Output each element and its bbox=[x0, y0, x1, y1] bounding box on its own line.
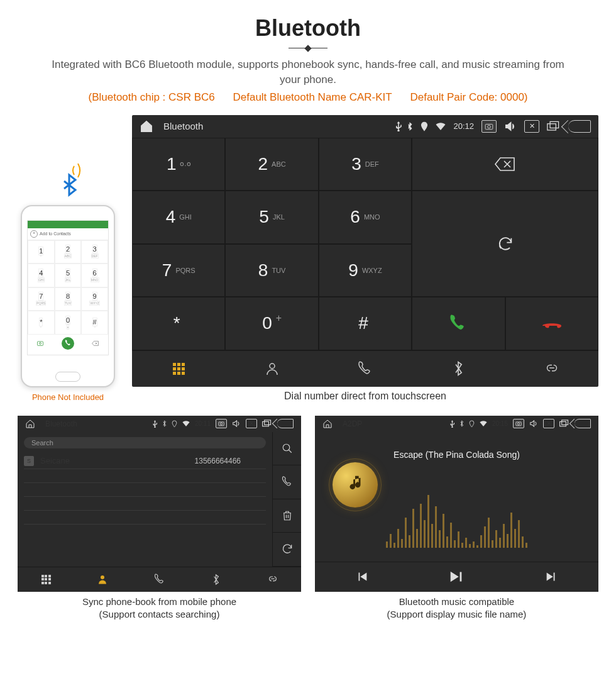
status-bar: Bluetooth 20:11 ✕ bbox=[18, 416, 301, 432]
home-icon[interactable] bbox=[322, 419, 333, 429]
svg-rect-17 bbox=[562, 420, 568, 425]
music-album-icon bbox=[333, 462, 378, 508]
back-icon[interactable] bbox=[575, 419, 591, 428]
tab-calls[interactable] bbox=[131, 567, 187, 592]
headunit-contacts: Bluetooth 20:11 ✕ bbox=[18, 416, 301, 592]
hangup-button[interactable] bbox=[505, 297, 598, 350]
svg-point-9 bbox=[220, 423, 222, 425]
dial-key[interactable]: * bbox=[132, 297, 225, 350]
home-icon[interactable] bbox=[140, 119, 153, 133]
volume-icon[interactable] bbox=[504, 121, 517, 132]
svg-point-7 bbox=[270, 364, 275, 369]
status-title: A2DP bbox=[343, 419, 445, 428]
screenshot-icon[interactable] bbox=[513, 419, 524, 428]
action-call[interactable] bbox=[272, 465, 301, 499]
dial-key[interactable]: 4GHI bbox=[132, 191, 225, 244]
back-icon[interactable] bbox=[568, 120, 591, 133]
action-delete[interactable] bbox=[272, 499, 301, 533]
location-icon bbox=[421, 121, 428, 131]
status-bar: Bluetooth 20:12 ✕ bbox=[132, 115, 598, 138]
page-title: Bluetooth bbox=[18, 15, 598, 42]
bottom-bar bbox=[132, 350, 598, 387]
tab-calls[interactable] bbox=[319, 350, 412, 387]
dial-key[interactable]: 8TUV bbox=[225, 244, 318, 297]
search-input[interactable]: Search bbox=[24, 437, 266, 448]
backspace-button[interactable] bbox=[412, 138, 598, 191]
dial-key[interactable]: 6MNO bbox=[319, 191, 412, 244]
usb-icon bbox=[395, 121, 402, 131]
backspace-icon bbox=[92, 340, 99, 347]
music-visualizer bbox=[386, 491, 527, 548]
spec-line: (Bluetooth chip : CSR BC6 Default Blueto… bbox=[18, 91, 598, 104]
phone-key: 3DEF bbox=[81, 240, 108, 264]
tab-pair[interactable] bbox=[505, 350, 598, 387]
phone-key: 0+ bbox=[55, 311, 82, 335]
close-app-icon[interactable]: ✕ bbox=[524, 120, 539, 133]
wifi-icon bbox=[436, 123, 446, 130]
action-search[interactable] bbox=[272, 432, 301, 466]
svg-point-1 bbox=[40, 342, 41, 344]
tab-contacts[interactable] bbox=[74, 567, 131, 592]
music-caption: Bluetooth music compatible (Support disp… bbox=[315, 596, 598, 621]
phone-mockup: Add to Contacts 12ABC3DEF4GHI5JKL6MNO7PQ… bbox=[21, 205, 115, 387]
play-pause-button[interactable] bbox=[409, 562, 503, 592]
tab-bluetooth[interactable] bbox=[412, 350, 505, 387]
phone-key: 7PQRS bbox=[28, 287, 55, 311]
tab-pair[interactable] bbox=[245, 567, 301, 592]
svg-rect-3 bbox=[485, 124, 493, 129]
phone-key: * bbox=[28, 311, 55, 335]
dial-key[interactable]: 7PQRS bbox=[132, 244, 225, 297]
sync-button[interactable] bbox=[412, 191, 598, 297]
phone-key: 1 bbox=[28, 240, 55, 264]
bluetooth-icon bbox=[407, 122, 413, 131]
contact-row[interactable]: S Seicane 13566664466 bbox=[24, 453, 266, 469]
spec-code: Default Pair Code: 0000) bbox=[410, 91, 527, 103]
status-time: 20:11 bbox=[195, 420, 211, 427]
dial-key[interactable]: 9WXYZ bbox=[319, 244, 412, 297]
volume-icon[interactable] bbox=[529, 419, 538, 428]
phone-key: # bbox=[81, 311, 108, 335]
phone-note: Phone Not Included bbox=[32, 392, 104, 402]
dial-key[interactable]: 2ABC bbox=[225, 138, 318, 191]
close-app-icon[interactable]: ✕ bbox=[543, 419, 554, 428]
close-app-icon[interactable]: ✕ bbox=[246, 419, 257, 428]
back-icon[interactable] bbox=[277, 419, 294, 428]
tab-bluetooth[interactable] bbox=[188, 567, 245, 592]
status-title: Bluetooth bbox=[163, 121, 390, 131]
tab-dialpad[interactable] bbox=[18, 567, 74, 592]
dial-key[interactable]: 5JKL bbox=[225, 191, 318, 244]
recent-apps-icon[interactable] bbox=[559, 419, 569, 428]
call-button[interactable] bbox=[412, 297, 505, 350]
next-button[interactable] bbox=[504, 562, 598, 592]
svg-point-4 bbox=[488, 125, 491, 128]
dial-key[interactable]: 1ᴏ.ᴏ bbox=[132, 138, 225, 191]
recent-apps-icon[interactable] bbox=[262, 419, 272, 428]
call-button bbox=[62, 337, 74, 350]
bluetooth-icon bbox=[162, 420, 167, 427]
phone-key: 8TUV bbox=[55, 287, 82, 311]
title-divider bbox=[289, 48, 327, 48]
home-icon[interactable] bbox=[25, 419, 35, 429]
usb-icon bbox=[153, 420, 157, 428]
wifi-icon bbox=[182, 421, 190, 426]
svg-point-2 bbox=[424, 124, 426, 126]
phone-home-button bbox=[55, 372, 80, 382]
volume-icon[interactable] bbox=[232, 419, 241, 428]
tab-dialpad[interactable] bbox=[132, 350, 225, 387]
tab-contacts[interactable] bbox=[225, 350, 318, 387]
prev-button[interactable] bbox=[315, 562, 409, 592]
svg-rect-5 bbox=[547, 123, 556, 130]
phone-key: 6MNO bbox=[81, 264, 108, 287]
contact-number: 13566664466 bbox=[195, 457, 241, 465]
screenshot-icon[interactable] bbox=[481, 120, 497, 133]
action-sync[interactable] bbox=[272, 533, 301, 567]
camera-icon bbox=[36, 340, 44, 347]
spec-name: Default Bluetooth Name CAR-KIT bbox=[233, 91, 392, 103]
status-time: 20:12 bbox=[453, 121, 474, 131]
dial-key[interactable]: # bbox=[319, 297, 412, 350]
screenshot-icon[interactable] bbox=[216, 419, 227, 428]
dial-key[interactable]: 0+ bbox=[225, 297, 318, 350]
recent-apps-icon[interactable] bbox=[547, 121, 561, 132]
dial-key[interactable]: 3DEF bbox=[319, 138, 412, 191]
status-time: 20:15 bbox=[492, 420, 508, 427]
